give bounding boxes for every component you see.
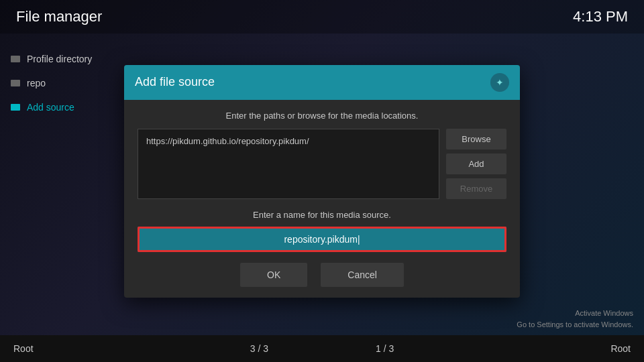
activate-windows-line2: Go to Settings to activate Windows. <box>517 319 633 330</box>
remove-button[interactable]: Remove <box>446 178 506 199</box>
add-button[interactable]: Add <box>446 154 506 174</box>
top-instruction: Enter the paths or browse for the media … <box>138 111 506 121</box>
name-input[interactable] <box>138 227 506 252</box>
activate-windows-notice: Activate Windows Go to Settings to activ… <box>517 308 633 330</box>
name-section: Enter a name for this media source. <box>138 210 506 252</box>
ok-button[interactable]: OK <box>240 263 307 287</box>
bottombar-right: Root <box>610 343 631 354</box>
cancel-button[interactable]: Cancel <box>321 263 404 287</box>
bottombar: Root 3 / 3 1 / 3 Root <box>0 335 644 362</box>
bottombar-page-left: 3 / 3 <box>250 343 268 354</box>
dialog-actions: OK Cancel <box>138 263 506 287</box>
dialog-header: Add file source ✦ <box>124 65 520 100</box>
activate-windows-line1: Activate Windows <box>517 308 633 319</box>
dialog-title: Add file source <box>135 75 215 89</box>
dialog-body: Enter the paths or browse for the media … <box>124 100 520 298</box>
url-section: https://pikdum.github.io/repository.pikd… <box>138 129 506 199</box>
url-display[interactable]: https://pikdum.github.io/repository.pikd… <box>138 129 439 199</box>
bottom-instruction: Enter a name for this media source. <box>138 210 506 220</box>
name-input-wrapper <box>138 227 506 252</box>
kodi-icon: ✦ <box>490 73 509 92</box>
browse-button[interactable]: Browse <box>446 129 506 149</box>
bottombar-page-right: 1 / 3 <box>376 343 394 354</box>
bottombar-center: 3 / 3 1 / 3 <box>250 343 394 354</box>
bottombar-left: Root <box>13 343 34 354</box>
add-file-source-dialog: Add file source ✦ Enter the paths or bro… <box>124 65 520 298</box>
url-action-buttons: Browse Add Remove <box>446 129 506 199</box>
